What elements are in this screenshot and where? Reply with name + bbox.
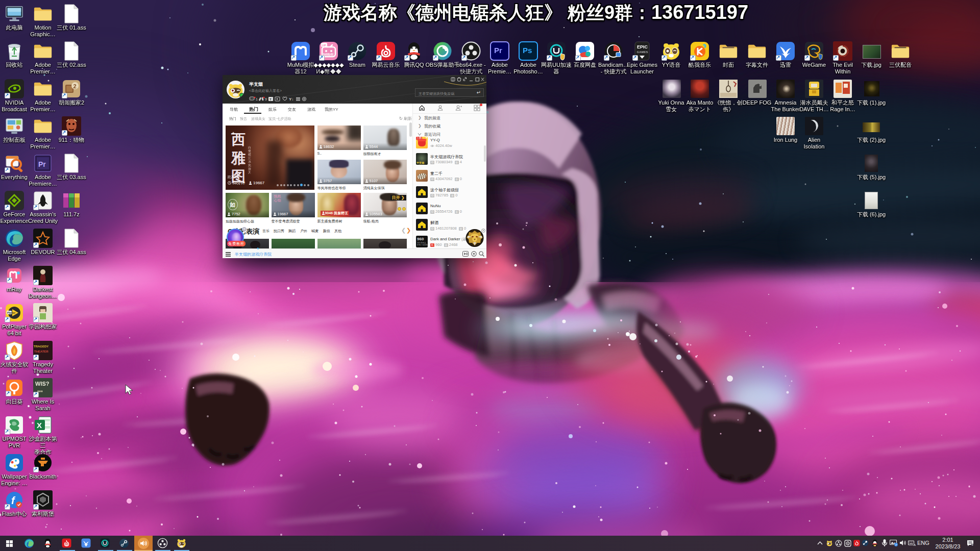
svg-text:bilibili: bilibili: [323, 53, 333, 56]
svg-text:T: T: [270, 98, 272, 101]
svg-text:Pr: Pr: [38, 160, 46, 168]
svg-text:Y↓: Y↓: [289, 97, 293, 102]
svg-text:X: X: [37, 421, 42, 430]
svg-text:2: 2: [74, 83, 77, 89]
svg-text:9: 9: [265, 97, 267, 101]
svg-text:1: 1: [256, 97, 258, 101]
svg-text:GAMES: GAMES: [637, 51, 648, 54]
svg-text:UP: UP: [322, 44, 326, 47]
svg-text:EPIC: EPIC: [637, 44, 648, 49]
svg-text:Player: Player: [7, 311, 16, 314]
